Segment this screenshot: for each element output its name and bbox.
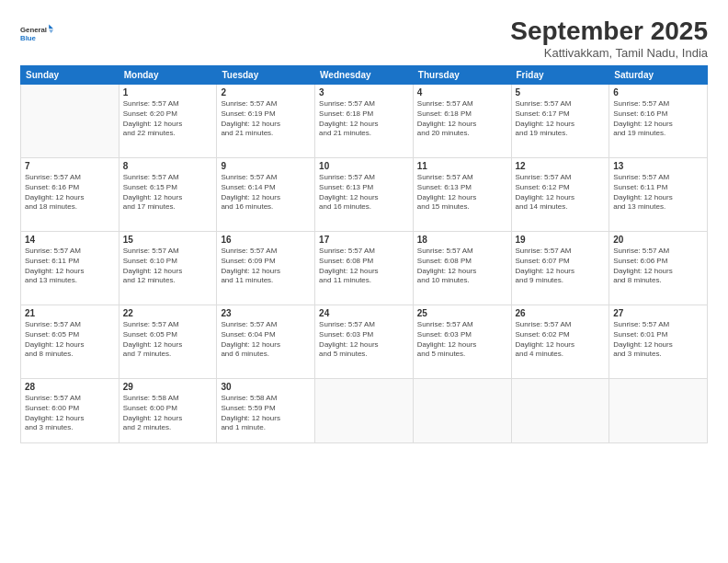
day-number: 29: [123, 382, 213, 392]
calendar-cell: [511, 379, 609, 443]
svg-marker-2: [49, 24, 53, 29]
day-number: 14: [25, 235, 115, 245]
calendar-cell: 26Sunrise: 5:57 AMSunset: 6:02 PMDayligh…: [511, 305, 609, 379]
day-info: Sunrise: 5:57 AMSunset: 6:06 PMDaylight:…: [613, 247, 703, 286]
weekday-header: Saturday: [609, 66, 708, 85]
day-info: Sunrise: 5:57 AMSunset: 6:18 PMDaylight:…: [417, 99, 507, 139]
calendar-cell: [315, 379, 414, 443]
calendar-cell: 14Sunrise: 5:57 AMSunset: 6:11 PMDayligh…: [21, 232, 119, 305]
calendar-week-row: 28Sunrise: 5:57 AMSunset: 6:00 PMDayligh…: [21, 379, 708, 443]
calendar-cell: 25Sunrise: 5:57 AMSunset: 6:03 PMDayligh…: [413, 305, 511, 379]
day-number: 28: [25, 382, 115, 392]
day-number: 2: [221, 87, 311, 98]
calendar-cell: 10Sunrise: 5:57 AMSunset: 6:13 PMDayligh…: [315, 158, 414, 232]
calendar-cell: 7Sunrise: 5:57 AMSunset: 6:16 PMDaylight…: [21, 158, 119, 232]
title-block: September 2025 Kattivakkam, Tamil Nadu, …: [510, 17, 708, 60]
day-info: Sunrise: 5:57 AMSunset: 6:17 PMDaylight:…: [516, 99, 606, 139]
calendar-cell: [609, 379, 708, 443]
day-info: Sunrise: 5:57 AMSunset: 6:16 PMDaylight:…: [613, 99, 703, 139]
day-number: 3: [319, 87, 409, 98]
calendar-cell: 8Sunrise: 5:57 AMSunset: 6:15 PMDaylight…: [119, 158, 217, 232]
calendar-cell: 4Sunrise: 5:57 AMSunset: 6:18 PMDaylight…: [413, 85, 511, 158]
calendar-cell: 9Sunrise: 5:57 AMSunset: 6:14 PMDaylight…: [217, 158, 315, 232]
day-info: Sunrise: 5:57 AMSunset: 6:12 PMDaylight:…: [516, 173, 606, 213]
day-number: 26: [516, 308, 606, 318]
calendar-cell: [21, 85, 119, 158]
calendar-cell: 12Sunrise: 5:57 AMSunset: 6:12 PMDayligh…: [511, 158, 609, 232]
calendar-cell: 29Sunrise: 5:58 AMSunset: 6:00 PMDayligh…: [119, 379, 217, 443]
calendar-cell: 20Sunrise: 5:57 AMSunset: 6:06 PMDayligh…: [609, 232, 708, 305]
calendar-cell: 3Sunrise: 5:57 AMSunset: 6:18 PMDaylight…: [315, 85, 414, 158]
day-info: Sunrise: 5:57 AMSunset: 6:02 PMDaylight:…: [516, 320, 606, 360]
day-number: 24: [319, 308, 409, 318]
day-info: Sunrise: 5:57 AMSunset: 6:15 PMDaylight:…: [123, 173, 213, 213]
calendar-cell: 28Sunrise: 5:57 AMSunset: 6:00 PMDayligh…: [21, 379, 119, 443]
day-number: 19: [516, 235, 606, 245]
calendar-cell: 5Sunrise: 5:57 AMSunset: 6:17 PMDaylight…: [511, 85, 609, 158]
day-info: Sunrise: 5:57 AMSunset: 6:14 PMDaylight:…: [221, 173, 311, 213]
header: General Blue September 2025 Kattivakkam,…: [20, 17, 708, 60]
day-number: 6: [613, 87, 703, 98]
day-info: Sunrise: 5:58 AMSunset: 5:59 PMDaylight:…: [221, 394, 311, 433]
day-number: 12: [516, 161, 606, 171]
day-info: Sunrise: 5:57 AMSunset: 6:03 PMDaylight:…: [417, 320, 507, 360]
svg-text:General: General: [20, 26, 47, 34]
day-info: Sunrise: 5:57 AMSunset: 6:13 PMDaylight:…: [319, 173, 409, 213]
calendar-cell: 2Sunrise: 5:57 AMSunset: 6:19 PMDaylight…: [217, 85, 315, 158]
day-info: Sunrise: 5:57 AMSunset: 6:08 PMDaylight:…: [417, 247, 507, 286]
day-number: 5: [516, 87, 606, 98]
day-number: 7: [25, 161, 115, 171]
day-number: 18: [417, 235, 507, 245]
weekday-header: Sunday: [21, 66, 119, 85]
weekday-header: Monday: [119, 66, 217, 85]
day-info: Sunrise: 5:57 AMSunset: 6:07 PMDaylight:…: [516, 247, 606, 286]
calendar-week-row: 21Sunrise: 5:57 AMSunset: 6:05 PMDayligh…: [21, 305, 708, 379]
day-number: 13: [613, 161, 703, 171]
day-info: Sunrise: 5:57 AMSunset: 6:05 PMDaylight:…: [123, 320, 213, 360]
day-info: Sunrise: 5:57 AMSunset: 6:00 PMDaylight:…: [25, 394, 115, 433]
calendar-cell: 30Sunrise: 5:58 AMSunset: 5:59 PMDayligh…: [217, 379, 315, 443]
day-info: Sunrise: 5:57 AMSunset: 6:13 PMDaylight:…: [417, 173, 507, 213]
day-info: Sunrise: 5:57 AMSunset: 6:01 PMDaylight:…: [613, 320, 703, 360]
day-info: Sunrise: 5:57 AMSunset: 6:09 PMDaylight:…: [221, 247, 311, 286]
calendar-cell: 15Sunrise: 5:57 AMSunset: 6:10 PMDayligh…: [119, 232, 217, 305]
calendar-week-row: 1Sunrise: 5:57 AMSunset: 6:20 PMDaylight…: [21, 85, 708, 158]
calendar-cell: 11Sunrise: 5:57 AMSunset: 6:13 PMDayligh…: [413, 158, 511, 232]
day-number: 25: [417, 308, 507, 318]
day-info: Sunrise: 5:57 AMSunset: 6:10 PMDaylight:…: [123, 247, 213, 286]
calendar-cell: 1Sunrise: 5:57 AMSunset: 6:20 PMDaylight…: [119, 85, 217, 158]
day-info: Sunrise: 5:57 AMSunset: 6:04 PMDaylight:…: [221, 320, 311, 360]
logo-svg: General Blue: [20, 17, 53, 50]
day-info: Sunrise: 5:57 AMSunset: 6:11 PMDaylight:…: [613, 173, 703, 213]
calendar-week-row: 7Sunrise: 5:57 AMSunset: 6:16 PMDaylight…: [21, 158, 708, 232]
calendar-cell: 16Sunrise: 5:57 AMSunset: 6:09 PMDayligh…: [217, 232, 315, 305]
day-number: 30: [221, 382, 311, 392]
month-title: September 2025: [510, 17, 708, 46]
day-number: 20: [613, 235, 703, 245]
day-info: Sunrise: 5:57 AMSunset: 6:03 PMDaylight:…: [319, 320, 409, 360]
calendar-cell: [413, 379, 511, 443]
calendar-cell: 22Sunrise: 5:57 AMSunset: 6:05 PMDayligh…: [119, 305, 217, 379]
day-number: 23: [221, 308, 311, 318]
logo: General Blue: [20, 17, 53, 50]
calendar-cell: 24Sunrise: 5:57 AMSunset: 6:03 PMDayligh…: [315, 305, 414, 379]
day-info: Sunrise: 5:57 AMSunset: 6:05 PMDaylight:…: [25, 320, 115, 360]
day-number: 15: [123, 235, 213, 245]
day-number: 16: [221, 235, 311, 245]
calendar-cell: 19Sunrise: 5:57 AMSunset: 6:07 PMDayligh…: [511, 232, 609, 305]
weekday-header: Friday: [511, 66, 609, 85]
calendar-cell: 18Sunrise: 5:57 AMSunset: 6:08 PMDayligh…: [413, 232, 511, 305]
day-number: 9: [221, 161, 311, 171]
subtitle: Kattivakkam, Tamil Nadu, India: [510, 46, 708, 60]
day-info: Sunrise: 5:57 AMSunset: 6:16 PMDaylight:…: [25, 173, 115, 213]
calendar: SundayMondayTuesdayWednesdayThursdayFrid…: [20, 65, 708, 443]
day-number: 22: [123, 308, 213, 318]
day-number: 10: [319, 161, 409, 171]
page: General Blue September 2025 Kattivakkam,…: [0, 0, 728, 563]
calendar-cell: 21Sunrise: 5:57 AMSunset: 6:05 PMDayligh…: [21, 305, 119, 379]
day-number: 27: [613, 308, 703, 318]
day-info: Sunrise: 5:57 AMSunset: 6:08 PMDaylight:…: [319, 247, 409, 286]
svg-text:Blue: Blue: [20, 34, 37, 42]
day-info: Sunrise: 5:58 AMSunset: 6:00 PMDaylight:…: [123, 394, 213, 433]
calendar-cell: 17Sunrise: 5:57 AMSunset: 6:08 PMDayligh…: [315, 232, 414, 305]
